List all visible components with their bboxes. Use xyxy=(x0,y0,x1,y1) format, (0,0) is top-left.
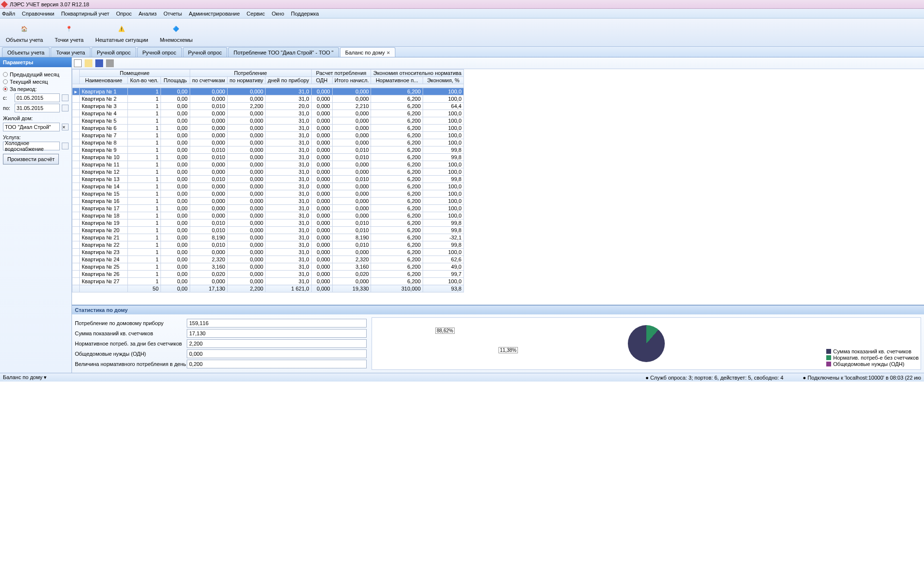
table-row[interactable]: Квартира № 1210,000,0000,00031,00,0000,0… xyxy=(72,168,464,176)
service-combo[interactable]: Холодное водоснабжение xyxy=(3,142,60,150)
menu-Поквартирный учет[interactable]: Поквартирный учет xyxy=(61,11,109,17)
table-row[interactable]: Квартира № 410,000,0000,00031,00,0000,00… xyxy=(72,110,464,117)
stats-form: Потребление по домовому прибору159,116Су… xyxy=(75,317,367,370)
service-label: Услуга: xyxy=(3,134,69,140)
table-row[interactable]: Квартира № 210,000,0000,00031,00,0000,00… xyxy=(72,95,464,103)
col-ОДН[interactable]: ОДН xyxy=(311,77,332,84)
radio-current-month[interactable]: Текущий месяц xyxy=(3,79,69,85)
stat-value[interactable]: 17,130 xyxy=(187,329,367,338)
col-Экономия, %[interactable]: Экономия, % xyxy=(423,77,464,84)
table-row[interactable]: Квартира № 1510,000,0000,00031,00,0000,0… xyxy=(72,190,464,198)
table-row[interactable]: Квартира № 310,000,0102,20020,00,0002,21… xyxy=(72,103,464,110)
toolbar-Нештатные ситуации[interactable]: ⚠️Нештатные ситуации xyxy=(91,21,152,44)
print-icon[interactable] xyxy=(106,59,114,67)
tab-Баланс по дому[interactable]: Баланс по дому× xyxy=(340,47,395,57)
title-bar: ЛЭРС УЧЕТ версия 3.07 R12.18 xyxy=(0,0,924,9)
col-Кол-во чел.[interactable]: Кол-во чел. xyxy=(128,77,161,84)
menu-Отчеты[interactable]: Отчеты xyxy=(163,11,182,17)
table-row[interactable]: Квартира № 1710,000,0000,00031,00,0000,0… xyxy=(72,205,464,212)
table-row[interactable]: Квартира № 910,000,0100,00031,00,0000,01… xyxy=(72,146,464,154)
toolbar-Объекты учета[interactable]: 🏠Объекты учета xyxy=(2,21,47,44)
pie-label-a: 88,62% xyxy=(435,328,455,334)
stat-value[interactable]: 0,000 xyxy=(187,349,367,358)
col-по счетчикам[interactable]: по счетчикам xyxy=(190,77,227,84)
toolbar-icon: 📍 xyxy=(62,22,76,36)
col-дней по прибору[interactable]: дней по прибору xyxy=(266,77,311,84)
menu-Окно[interactable]: Окно xyxy=(272,11,284,17)
new-icon[interactable] xyxy=(74,59,82,67)
stats-header: Статистика по дому xyxy=(72,306,924,314)
table-row[interactable]: Квартира № 2610,000,0200,00031,00,0000,0… xyxy=(72,271,464,278)
col-по нормативу[interactable]: по нормативу xyxy=(227,77,266,84)
tab-close-icon[interactable]: × xyxy=(387,50,390,55)
house-combo[interactable]: ТОО "Диал Строй" xyxy=(3,123,60,131)
service-picker-icon[interactable] xyxy=(62,143,69,149)
table-row[interactable]: Квартира № 710,000,0000,00031,00,0000,00… xyxy=(72,132,464,139)
stat-value[interactable]: 0,200 xyxy=(187,360,367,368)
stat-label: Нормативное потреб. за дни без счетчиков xyxy=(75,341,187,347)
table-row[interactable]: Квартира № 1910,000,0100,00031,00,0000,0… xyxy=(72,219,464,227)
date-from-picker-icon[interactable] xyxy=(62,94,69,101)
table-row[interactable]: Квартира № 2210,000,0100,00031,00,0000,0… xyxy=(72,241,464,249)
col-Итого начисл.[interactable]: Итого начисл. xyxy=(332,77,371,84)
toolbar-Точки учета[interactable]: 📍Точки учета xyxy=(51,21,88,44)
table-row[interactable]: ▸Квартира № 110,000,0000,00031,00,0000,0… xyxy=(72,88,464,95)
table-row[interactable]: Квартира № 2010,000,0100,00031,00,0000,0… xyxy=(72,227,464,234)
table-row[interactable]: Квартира № 2710,000,0000,00031,00,0000,0… xyxy=(72,278,464,285)
radio-period[interactable]: За период: xyxy=(3,86,69,92)
tab-Потребление ТОО "Диал Строй" - ТОО "[interactable]: Потребление ТОО "Диал Строй" - ТОО " xyxy=(228,47,339,57)
toolbar-icon: ⚠️ xyxy=(115,22,128,36)
menu-Справочники[interactable]: Справочники xyxy=(22,11,54,17)
menu-Поддержка[interactable]: Поддержка xyxy=(291,11,319,17)
table-row[interactable]: Квартира № 610,000,0000,00031,00,0000,00… xyxy=(72,125,464,132)
col-Нормативное п...[interactable]: Нормативное п... xyxy=(371,77,423,84)
date-to-picker-icon[interactable] xyxy=(62,105,69,111)
calculate-button[interactable]: Произвести расчёт xyxy=(3,154,59,164)
menu-Опрос[interactable]: Опрос xyxy=(116,11,132,17)
table-row[interactable]: Квартира № 1110,000,0000,00031,00,0000,0… xyxy=(72,161,464,168)
legend-swatch xyxy=(826,349,831,354)
table-row[interactable]: Квартира № 1610,000,0000,00031,00,0000,0… xyxy=(72,198,464,205)
pie-label-b: 11,38% xyxy=(498,347,518,353)
status-connection: Подключены к 'localhost:10000' в 08:03 (… xyxy=(808,375,921,381)
stat-value[interactable]: 159,116 xyxy=(187,319,367,328)
table-row[interactable]: Квартира № 1010,000,0100,00031,00,0000,0… xyxy=(72,154,464,161)
house-clear-icon[interactable]: × xyxy=(62,124,69,130)
from-label: с: xyxy=(3,95,13,101)
radio-prev-month[interactable]: Предыдущий месяц xyxy=(3,72,69,77)
tab-Ручной опрос[interactable]: Ручной опрос xyxy=(183,47,228,57)
save-icon[interactable] xyxy=(95,59,103,67)
col-Наименование[interactable]: Наименование xyxy=(80,77,128,84)
status-left[interactable]: Баланс по дому ▾ xyxy=(3,374,47,381)
table-row[interactable]: Квартира № 1810,000,0000,00031,00,0000,0… xyxy=(72,212,464,219)
table-row[interactable]: Квартира № 2310,000,0000,00031,00,0000,0… xyxy=(72,249,464,256)
menu-Анализ[interactable]: Анализ xyxy=(139,11,157,17)
balance-grid[interactable]: ПомещениеПотреблениеРасчет потребленияЭк… xyxy=(72,69,924,305)
grid-area: ПомещениеПотреблениеРасчет потребленияЭк… xyxy=(72,57,924,373)
stat-label: Общедомовые нужды (ОДН) xyxy=(75,351,187,357)
tab-Ручной опрос[interactable]: Ручной опрос xyxy=(91,47,136,57)
date-to-input[interactable]: 31.05.2015 xyxy=(15,104,60,112)
stat-value[interactable]: 2,200 xyxy=(187,339,367,348)
edit-icon[interactable] xyxy=(85,59,92,67)
menu-Сервис[interactable]: Сервис xyxy=(247,11,265,17)
house-label: Жилой дом: xyxy=(3,115,69,121)
grid-toolbar xyxy=(72,57,924,69)
toolbar-Мнемосхемы[interactable]: 🔷Мнемосхемы xyxy=(156,21,197,44)
table-row[interactable]: Квартира № 2510,003,1600,00031,00,0003,1… xyxy=(72,263,464,271)
table-row[interactable]: Квартира № 810,000,0000,00031,00,0000,00… xyxy=(72,139,464,146)
pie-legend: Сумма показаний кв. счетчиковНорматив. п… xyxy=(826,348,919,367)
tab-Точки учета[interactable]: Точки учета xyxy=(51,47,90,57)
table-row[interactable]: Квартира № 2410,002,3200,00031,00,0002,3… xyxy=(72,256,464,263)
table-row[interactable]: Квартира № 510,000,0000,00031,00,0000,00… xyxy=(72,117,464,125)
col-Площадь[interactable]: Площадь xyxy=(161,77,190,84)
table-row[interactable]: Квартира № 1410,000,0000,00031,00,0000,0… xyxy=(72,183,464,190)
menu-Администрирование[interactable]: Администрирование xyxy=(189,11,240,17)
tab-Объекты учета[interactable]: Объекты учета xyxy=(2,47,50,57)
stat-label: Потребление по домовому прибору xyxy=(75,320,187,326)
table-row[interactable]: Квартира № 2110,008,1900,00031,00,0008,1… xyxy=(72,234,464,241)
date-from-input[interactable]: 01.05.2015 xyxy=(15,93,60,102)
table-row[interactable]: Квартира № 1310,000,0100,00031,00,0000,0… xyxy=(72,176,464,183)
menu-Файл[interactable]: Файл xyxy=(2,11,15,17)
tab-Ручной опрос[interactable]: Ручной опрос xyxy=(137,47,182,57)
